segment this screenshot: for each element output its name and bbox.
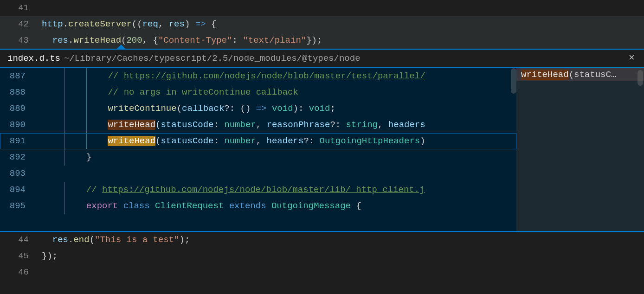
line-content[interactable]: writeHead(statusCode: number, headers?: … xyxy=(49,133,516,149)
peek-scrollbar[interactable] xyxy=(511,68,516,94)
line-content[interactable]: // no args in writeContinue callback xyxy=(49,84,516,101)
peek-file-path: ~/Library/Caches/typescript/2.5/node_mod… xyxy=(64,53,626,64)
code-line[interactable]: 43 res.writeHead(200, {"Content-Type": "… xyxy=(0,32,644,49)
code-line[interactable]: 45}); xyxy=(0,248,644,264)
main-editor-top[interactable]: 4142http.createServer((req, res) => {43 … xyxy=(0,0,644,49)
line-number: 894 xyxy=(0,182,49,198)
close-icon[interactable]: × xyxy=(626,52,638,64)
line-content[interactable]: }); xyxy=(42,248,644,264)
line-content[interactable]: // https://github.com/nodejs/node/blob/m… xyxy=(49,182,516,198)
line-number: 45 xyxy=(0,248,42,264)
line-number: 891 xyxy=(0,133,49,149)
peek-code-line[interactable]: 894 // https://github.com/nodejs/node/bl… xyxy=(0,182,516,198)
peek-view: index.d.ts ~/Library/Caches/typescript/2… xyxy=(0,49,644,232)
line-content[interactable] xyxy=(42,0,644,16)
peek-caret xyxy=(116,45,126,50)
main-editor-bottom[interactable]: 44 res.end("This is a test");45});46 xyxy=(0,232,644,281)
line-content[interactable]: res.end("This is a test"); xyxy=(42,232,644,248)
line-number: 42 xyxy=(0,16,42,32)
line-number: 41 xyxy=(0,0,42,16)
line-number: 44 xyxy=(0,232,42,248)
line-content[interactable]: export class ClientRequest extends Outgo… xyxy=(49,198,516,214)
line-content[interactable] xyxy=(49,166,516,182)
peek-body: 887 // https://github.com/nodejs/node/bl… xyxy=(0,68,644,231)
peek-code[interactable]: 887 // https://github.com/nodejs/node/bl… xyxy=(0,68,516,214)
line-content[interactable]: writeContinue(callback?: () => void): vo… xyxy=(49,101,516,117)
peek-header: index.d.ts ~/Library/Caches/typescript/2… xyxy=(0,50,644,68)
peek-code-line[interactable]: 887 // https://github.com/nodejs/node/bl… xyxy=(0,68,516,84)
peek-code-line[interactable]: 889 writeContinue(callback?: () => void)… xyxy=(0,101,516,117)
code-line[interactable]: 41 xyxy=(0,0,644,16)
reference-item[interactable]: writeHead(statusC… xyxy=(516,68,644,81)
peek-code-line[interactable]: 892 } xyxy=(0,149,516,166)
reference-match: writeHead xyxy=(521,70,569,80)
line-content[interactable]: http.createServer((req, res) => { xyxy=(42,16,644,32)
peek-code-line[interactable]: 893 xyxy=(0,166,516,182)
line-number: 895 xyxy=(0,198,49,214)
reference-tail: (statusC… xyxy=(569,70,617,80)
line-number: 887 xyxy=(0,68,49,84)
line-number: 890 xyxy=(0,117,49,133)
line-number: 43 xyxy=(0,32,42,49)
code-line[interactable]: 44 res.end("This is a test"); xyxy=(0,232,644,248)
line-content[interactable] xyxy=(42,264,644,281)
peek-file-name: index.d.ts xyxy=(7,53,60,64)
peek-code-line[interactable]: 888 // no args in writeContinue callback xyxy=(0,84,516,101)
line-content[interactable]: writeHead(statusCode: number, reasonPhra… xyxy=(49,117,516,133)
line-number: 893 xyxy=(0,166,49,182)
code-line[interactable]: 42http.createServer((req, res) => { xyxy=(0,16,644,32)
peek-reference-list[interactable]: writeHead(statusC… xyxy=(516,68,644,231)
code-line[interactable]: 46 xyxy=(0,264,644,281)
peek-code-line[interactable]: 895 export class ClientRequest extends O… xyxy=(0,198,516,214)
peek-code-line[interactable]: 891 writeHead(statusCode: number, header… xyxy=(0,133,516,149)
line-content[interactable]: } xyxy=(49,149,516,166)
line-content[interactable]: // https://github.com/nodejs/node/blob/m… xyxy=(49,68,516,84)
line-content[interactable]: res.writeHead(200, {"Content-Type": "tex… xyxy=(42,32,644,49)
reference-scrollbar[interactable] xyxy=(638,70,643,86)
line-number: 46 xyxy=(0,264,42,281)
peek-code-line[interactable]: 890 writeHead(statusCode: number, reason… xyxy=(0,117,516,133)
line-number: 892 xyxy=(0,149,49,166)
line-number: 889 xyxy=(0,101,49,117)
line-number: 888 xyxy=(0,84,49,101)
